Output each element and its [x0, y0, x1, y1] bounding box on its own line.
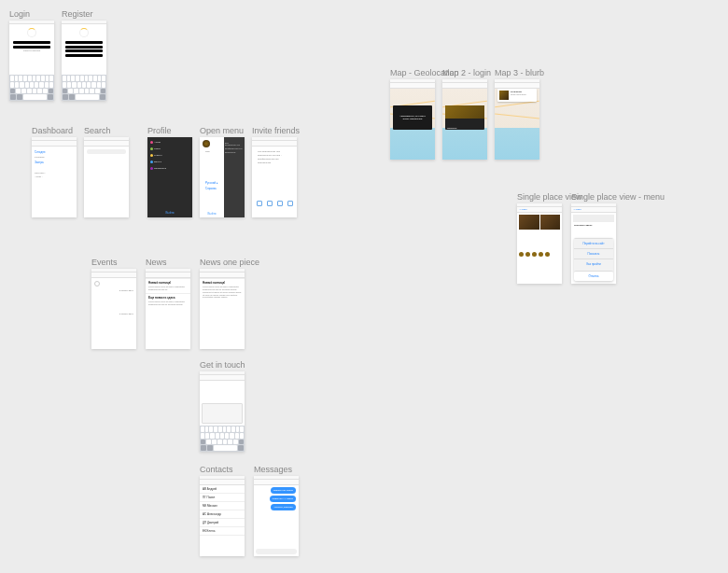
search-input[interactable] — [87, 149, 126, 154]
contact-item[interactable]: АВ Андрей — [200, 485, 245, 494]
keyboard[interactable] — [9, 75, 54, 101]
field-3[interactable] — [65, 49, 103, 52]
user-avatar[interactable] — [525, 252, 530, 257]
logout-button[interactable]: Выйти — [200, 210, 224, 217]
share-icon-2[interactable] — [267, 201, 273, 206]
screen-register[interactable] — [62, 21, 106, 101]
screen-label-touch: Get in touch — [200, 360, 245, 370]
keyboard[interactable] — [62, 75, 106, 101]
side-menu[interactable]: Ваш индивидуальный профессиональный прил… — [224, 137, 245, 217]
message-bubble: Хорошо, работаю — [271, 504, 296, 510]
message-bubble: Отлично! А у тебя? — [270, 496, 296, 502]
news-item[interactable]: Новый пятница! Lorem ipsum dolor sit ame… — [146, 278, 190, 293]
contact-item[interactable]: ЕК Елена — [200, 527, 245, 536]
screen-label-map3: Map 3 - blurb — [495, 68, 544, 77]
contact-item[interactable]: ДП Дмитрий — [200, 519, 245, 527]
screen-login[interactable]: Login to account — [9, 21, 54, 101]
back-button[interactable]: ‹ Назад — [517, 208, 527, 211]
spinner-icon — [79, 28, 89, 37]
contact-item[interactable]: МК Михаил — [200, 502, 245, 510]
screen-label-map2: Map 2 - login — [442, 68, 491, 77]
action-sheet: Перейти на сайт Показать Как пройти Отме… — [574, 238, 613, 281]
screen-profile[interactable]: Акции Карта Купоны Друзья Поддержка Выйт… — [147, 137, 192, 217]
screen-news[interactable]: Новый пятница! Lorem ipsum dolor sit ame… — [146, 269, 190, 349]
screen-label-contacts: Contacts — [200, 465, 233, 474]
screen-label-events: Events — [91, 258, 118, 267]
field-4[interactable] — [65, 54, 103, 57]
screen-label-register: Register — [62, 9, 93, 19]
screen-label-open-menu: Open menu — [200, 126, 244, 135]
user-avatar[interactable] — [545, 252, 550, 257]
screen-label-invite: Invite friends — [252, 126, 300, 135]
screen-place2[interactable]: ‹ Назад Ресторан Здесь Перейти на сайт П… — [571, 203, 616, 284]
user-avatar[interactable] — [539, 252, 543, 257]
screen-place1[interactable]: ‹ Назад — [517, 203, 562, 284]
screen-label-profile: Profile — [147, 126, 172, 135]
menu-item-directions[interactable]: Как пройти — [574, 259, 613, 269]
place-hero — [573, 215, 614, 222]
avatar-icon — [203, 140, 210, 147]
screen-touch[interactable] — [200, 371, 245, 452]
password-field[interactable] — [13, 46, 50, 49]
message-input[interactable] — [202, 403, 243, 424]
field-1[interactable] — [65, 41, 103, 44]
screen-label-news: News — [146, 258, 167, 267]
contact-item[interactable]: АС Александр — [200, 510, 245, 519]
keyboard[interactable] — [200, 426, 245, 452]
logout-button[interactable]: Выйти — [147, 211, 192, 215]
screen-events[interactable]: 2 марта 2017 3 марта 2017 — [91, 269, 136, 349]
place-photo[interactable] — [519, 215, 539, 230]
screen-map3[interactable]: Le Balcon Lorem ipsum dolor — [495, 79, 539, 160]
news-item[interactable]: Еще новость здесь Lorem ipsum dolor sit … — [146, 293, 190, 308]
screen-label-place2: Single place view - menu — [571, 192, 665, 202]
screen-dashboard[interactable]: Сегодня 12 марта Завтра События › Акции … — [32, 137, 77, 217]
screen-news-one[interactable]: Новый пятница! Lorem ipsum dolor sit ame… — [200, 269, 245, 349]
share-icon-1[interactable] — [257, 201, 262, 206]
menu-item-show[interactable]: Показать — [574, 248, 613, 259]
chat-input[interactable] — [256, 549, 297, 554]
user-avatar[interactable] — [532, 252, 537, 257]
screen-search[interactable] — [84, 137, 129, 217]
screen-label-login: Login — [9, 9, 30, 19]
share-icon-3[interactable] — [277, 201, 283, 206]
username-field[interactable] — [13, 41, 50, 44]
share-icon-4[interactable] — [287, 201, 293, 206]
menu-item-site[interactable]: Перейти на сайт — [574, 238, 613, 248]
place-photo[interactable] — [540, 215, 561, 230]
message-bubble: Привет! Как дела? — [271, 487, 296, 494]
screen-map1[interactable]: Апартаменты, лучшие в Санкт-Петербурге — [390, 79, 435, 160]
refresh-icon[interactable] — [94, 281, 100, 286]
screen-label-search: Search — [84, 126, 111, 135]
field-2[interactable] — [65, 46, 103, 49]
user-avatar[interactable] — [519, 252, 524, 257]
back-button[interactable]: ‹ Назад — [571, 208, 581, 211]
screen-messages[interactable]: Привет! Как дела? Отлично! А у тебя? Хор… — [254, 476, 299, 556]
spinner-icon — [27, 28, 36, 37]
screen-invite[interactable]: Это приложение для приглашения друзей – … — [252, 137, 297, 217]
screen-map2[interactable]: Подробнее — [442, 79, 487, 160]
screen-label-news-one: News one piece — [200, 258, 259, 267]
login-footer: Login to account — [12, 49, 51, 52]
screen-contacts[interactable]: АВ Андрей ПГ Павел МК Михаил АС Александ… — [200, 476, 245, 556]
contact-item[interactable]: ПГ Павел — [200, 494, 245, 502]
screen-open-menu[interactable]: Имя Русский ▸ Справка Ваш индивидуальный… — [200, 137, 245, 217]
screen-label-messages: Messages — [254, 465, 292, 474]
menu-item-cancel[interactable]: Отмена — [574, 271, 613, 281]
screen-label-dashboard: Dashboard — [32, 126, 73, 135]
